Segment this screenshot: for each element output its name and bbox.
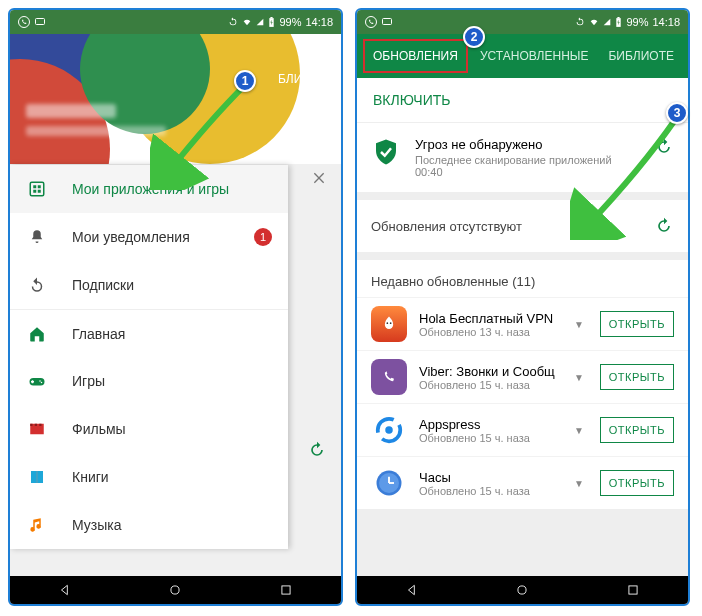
bg-tab-partial: БЛИОТЕ	[278, 72, 327, 86]
menu-subscriptions[interactable]: Подписки	[10, 261, 288, 309]
app-name: Hola Бесплатный VPN	[419, 311, 558, 326]
svg-line-5	[320, 59, 324, 63]
status-bar: 99% 14:18	[10, 10, 341, 34]
menu-label: Подписки	[72, 277, 134, 293]
home-button[interactable]	[513, 581, 531, 599]
battery-pct: 99%	[626, 16, 648, 28]
back-button[interactable]	[56, 581, 74, 599]
enable-link[interactable]: ВКЛЮЧИТЬ	[357, 78, 688, 123]
viber-icon	[18, 16, 30, 28]
gamepad-icon	[26, 372, 48, 390]
recent-button[interactable]	[277, 581, 295, 599]
svg-point-34	[518, 586, 526, 594]
notification-badge: 1	[254, 228, 272, 246]
recent-button[interactable]	[624, 581, 642, 599]
chevron-down-icon[interactable]: ▼	[574, 478, 584, 489]
wifi-icon	[589, 17, 599, 27]
app-sub: Обновлено 15 ч. наза	[419, 379, 558, 391]
svg-point-29	[385, 426, 393, 434]
tab-library[interactable]: БИБЛИОТЕ	[600, 41, 682, 71]
svg-rect-35	[629, 586, 637, 594]
menu-label: Книги	[72, 469, 109, 485]
chevron-down-icon[interactable]: ▼	[574, 319, 584, 330]
close-icon[interactable]	[311, 170, 327, 186]
refresh-icon[interactable]	[654, 216, 674, 236]
menu-books[interactable]: Книги	[10, 453, 288, 501]
svg-rect-25	[618, 17, 620, 18]
app-row[interactable]: Часы Обновлено 15 ч. наза ▼ ОТКРЫТЬ	[357, 456, 688, 509]
app-row[interactable]: Viber: Звонки и Сообщ Обновлено 15 ч. на…	[357, 350, 688, 403]
tab-updates[interactable]: ОБНОВЛЕНИЯ	[363, 39, 468, 73]
android-navbar	[10, 576, 341, 604]
menu-label: Мои приложения и игры	[72, 181, 229, 197]
chevron-down-icon[interactable]: ▼	[574, 425, 584, 436]
drawer-header	[10, 34, 341, 164]
svg-rect-9	[33, 190, 36, 193]
svg-point-15	[41, 382, 43, 384]
open-button[interactable]: ОТКРЫТЬ	[600, 311, 674, 337]
music-icon	[26, 516, 48, 534]
svg-point-26	[387, 322, 389, 324]
menu-label: Игры	[72, 373, 105, 389]
tab-installed[interactable]: УСТАНОВЛЕННЫЕ	[472, 41, 597, 71]
svg-rect-13	[31, 381, 34, 383]
open-button[interactable]: ОТКРЫТЬ	[600, 417, 674, 443]
menu-games[interactable]: Игры	[10, 357, 288, 405]
callout-1: 1	[234, 70, 256, 92]
app-name: Appspress	[419, 417, 558, 432]
open-button[interactable]: ОТКРЫТЬ	[600, 470, 674, 496]
app-sub: Обновлено 15 ч. наза	[419, 485, 558, 497]
signal-icon	[256, 17, 264, 27]
app-icon-viber	[371, 359, 407, 395]
refresh-icon[interactable]	[654, 137, 674, 157]
app-row[interactable]: Appspress Обновлено 15 ч. наза ▼ ОТКРЫТЬ	[357, 403, 688, 456]
callout-3: 3	[666, 102, 688, 124]
movie-icon	[26, 420, 48, 438]
search-icon[interactable]	[307, 46, 327, 66]
menu-label: Мои уведомления	[72, 229, 190, 245]
menu-home[interactable]: Главная	[10, 309, 288, 357]
battery-icon	[615, 17, 622, 28]
home-icon	[26, 325, 48, 343]
app-name: Viber: Звонки и Сообщ	[419, 364, 558, 379]
menu-movies[interactable]: Фильмы	[10, 405, 288, 453]
menu-notifications[interactable]: Мои уведомления 1	[10, 213, 288, 261]
battery-icon	[268, 17, 275, 28]
phone-right: 99% 14:18 ОБНОВЛЕНИЯ УСТАНОВЛЕННЫЕ БИБЛИ…	[355, 8, 690, 606]
menu-label: Музыка	[72, 517, 122, 533]
menu-my-apps[interactable]: Мои приложения и игры	[10, 165, 288, 213]
svg-point-4	[310, 49, 320, 59]
open-button[interactable]: ОТКРЫТЬ	[600, 364, 674, 390]
svg-rect-23	[383, 19, 392, 25]
scan-status[interactable]: Угроз не обнаружено Последнее сканирован…	[357, 123, 688, 192]
home-button[interactable]	[166, 581, 184, 599]
app-icon-appspress	[371, 412, 407, 448]
message-icon	[34, 16, 46, 28]
no-updates-label: Обновления отсутствуют	[371, 219, 654, 234]
svg-rect-10	[38, 190, 41, 193]
recent-header: Недавно обновленные (11)	[357, 260, 688, 297]
app-icon-hola	[371, 306, 407, 342]
message-icon	[381, 16, 393, 28]
svg-rect-8	[38, 185, 41, 188]
android-navbar	[357, 576, 688, 604]
bell-icon	[26, 228, 48, 246]
viber-icon	[365, 16, 377, 28]
app-row[interactable]: Hola Бесплатный VPN Обновлено 13 ч. наза…	[357, 297, 688, 350]
svg-point-20	[171, 586, 179, 594]
phone-left: 99% 14:18 БЛИОТЕ	[8, 8, 343, 606]
svg-rect-1	[36, 19, 45, 25]
updates-body: ВКЛЮЧИТЬ Угроз не обнаружено Последнее с…	[357, 78, 688, 576]
menu-music[interactable]: Музыка	[10, 501, 288, 549]
no-updates-row: Обновления отсутствуют	[357, 200, 688, 252]
callout-2: 2	[463, 26, 485, 48]
signal-icon	[603, 17, 611, 27]
bg-refresh-icon[interactable]	[307, 440, 327, 460]
chevron-down-icon[interactable]: ▼	[574, 372, 584, 383]
sync-icon	[575, 17, 585, 27]
back-button[interactable]	[403, 581, 421, 599]
apps-icon	[26, 180, 48, 198]
nav-drawer: Мои приложения и игры Мои уведомления 1 …	[10, 165, 288, 549]
refresh-icon	[26, 276, 48, 294]
svg-rect-3	[271, 17, 273, 18]
